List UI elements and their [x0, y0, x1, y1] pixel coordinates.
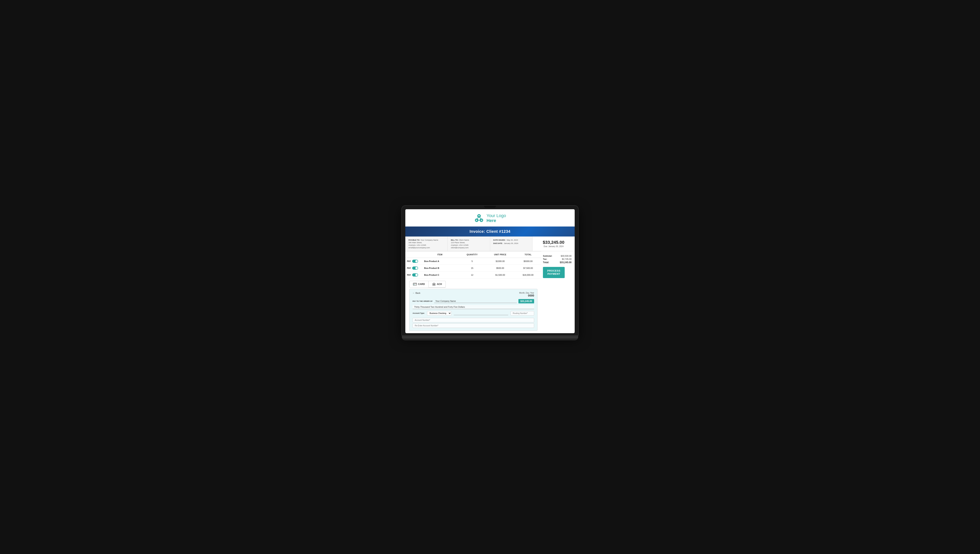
tab-ach[interactable]: ACH: [429, 281, 446, 288]
payable-to-label: PAYABLE TO:: [409, 239, 420, 241]
back-button[interactable]: ← Back: [412, 292, 420, 294]
back-arrow-icon: ←: [412, 292, 415, 294]
unit-price-3: $1,500.00: [485, 271, 515, 278]
invoice-info-row: PAYABLE TO: Your Company Name 345 Main S…: [405, 236, 575, 251]
item-name-2: Box-Product B: [421, 265, 459, 271]
laptop-wrapper: Your Logo Here Invoice: Client #1234 PAY…: [402, 206, 578, 348]
amount-words-input[interactable]: [412, 305, 534, 309]
payable-to-col: PAYABLE TO: Your Company Name 345 Main S…: [405, 236, 448, 251]
total-3: $18,000.00: [515, 271, 541, 278]
item-name-3: Box-Product C: [421, 271, 459, 278]
total-label: Total:: [543, 261, 549, 264]
table-row: PAY Box-Product A 5 $1000.00 $5000.00: [405, 258, 541, 265]
table-header-row: ITEM QUANTITY UNIT PRICE TOTAL: [405, 251, 541, 258]
svg-rect-14: [434, 284, 434, 285]
pay-cell-1: PAY: [405, 258, 421, 265]
pay-label-3: PAY: [407, 274, 411, 276]
amount-box: $33,245.00: [519, 299, 534, 303]
total-1: $5000.00: [515, 258, 541, 265]
pay-cell-2: PAY: [405, 265, 421, 271]
toggle-1[interactable]: [412, 260, 418, 263]
laptop-notch: [484, 206, 496, 208]
re-enter-account-input[interactable]: [412, 323, 534, 328]
ach-tab-label: ACH: [437, 283, 442, 286]
total-value: $33,245.00: [560, 261, 571, 264]
content-with-sidebar: ITEM QUANTITY UNIT PRICE TOTAL: [405, 251, 575, 333]
tab-card[interactable]: CARD: [409, 281, 429, 288]
amount-header-col: $33,245.00 Due: January 30, 2024: [533, 236, 575, 251]
payment-section: CARD: [405, 278, 541, 333]
subtotal-label: Subtotal:: [543, 255, 552, 257]
bank-icon: [432, 283, 436, 286]
col-unit-price: UNIT PRICE: [485, 251, 515, 258]
table-row: PAY Box-Product C 12 $1,500.00 $18,000.0…: [405, 271, 541, 278]
date-issued-value: May 20, 2023: [507, 239, 518, 241]
account-fields: [412, 318, 534, 328]
logo-icon: [474, 213, 484, 224]
pay-label-1: PAY: [407, 260, 411, 262]
bill-to-city: Anytown, USA 12345: [451, 244, 487, 246]
account-type-label: Account Type:: [412, 312, 425, 314]
svg-rect-16: [433, 285, 436, 286]
logo-text-line1: Your Logo: [487, 213, 506, 218]
laptop-hinge: [402, 335, 578, 336]
invoice-banner: Invoice: Client #1234: [405, 227, 575, 236]
routing-number-input[interactable]: [511, 311, 534, 316]
account-number-input[interactable]: [412, 318, 534, 323]
svg-rect-11: [414, 284, 414, 285]
total-2: $7,500.00: [515, 265, 541, 271]
logo-text: Your Logo Here: [487, 213, 506, 223]
bill-to-col: BILL TO: Client Name 123 Place Street, A…: [448, 236, 490, 251]
invoice-table: ITEM QUANTITY UNIT PRICE TOTAL: [405, 251, 541, 278]
laptop-screen-bezel: Your Logo Here Invoice: Client #1234 PAY…: [402, 206, 578, 335]
pay-label-2: PAY: [407, 267, 411, 269]
account-type-row: Account Type: Business Checking Business…: [412, 311, 534, 328]
subtotal-row: Subtotal: $30,500.00: [543, 254, 571, 257]
pay-to-label: PAY TO THE ORDER OF: [412, 300, 433, 302]
tax-label: Tax:: [543, 258, 547, 260]
pay-to-input[interactable]: [434, 299, 517, 303]
invoice-main: ITEM QUANTITY UNIT PRICE TOTAL: [405, 251, 541, 333]
payment-tabs: CARD: [409, 281, 538, 288]
process-payment-button[interactable]: PROCESSPAYMENT: [543, 267, 565, 278]
quantity-2: 15: [459, 265, 485, 271]
bill-to-address: 123 Place Street,: [451, 241, 487, 244]
bill-to-client: Client Name: [459, 239, 469, 241]
toggle-2[interactable]: [412, 267, 418, 270]
date-placeholder: Month, Day, Year: [519, 292, 534, 294]
bill-to-label: BILL TO:: [451, 239, 458, 241]
subtotal-value: $30,500.00: [561, 255, 571, 257]
name-line-input[interactable]: [454, 311, 508, 315]
item-name-1: Box-Product A: [421, 258, 459, 265]
unit-price-2: $500.00: [485, 265, 515, 271]
payable-to-city: Anytown, USA 12345: [409, 244, 444, 246]
ach-header-right: Month, Day, Year 0000: [519, 292, 534, 297]
due-date-label: DUE DATE:: [493, 243, 503, 244]
account-type-select[interactable]: Business Checking Business Savings Perso…: [427, 311, 452, 316]
col-quantity: QUANTITY: [459, 251, 485, 258]
svg-rect-13: [433, 284, 433, 285]
card-tab-label: CARD: [418, 283, 425, 286]
svg-rect-15: [434, 284, 435, 285]
payable-to-email: email@yourcompany.com: [409, 246, 444, 249]
ach-form: ← Back Month, Day, Year 0000: [409, 289, 538, 331]
payable-to-company: Your Company Name: [420, 239, 438, 241]
tax-value: $2,745.00: [562, 258, 571, 260]
logo-text-line2: Here: [487, 218, 506, 223]
toggle-3[interactable]: [412, 273, 418, 276]
svg-marker-12: [433, 283, 436, 284]
svg-rect-10: [413, 284, 417, 284]
quantity-1: 5: [459, 258, 485, 265]
invoice-header: Your Logo Here: [405, 209, 575, 227]
check-number: 0000: [519, 294, 534, 297]
pay-cell-3: PAY: [405, 271, 421, 278]
invoice-container: Your Logo Here Invoice: Client #1234 PAY…: [405, 209, 575, 333]
amount-words-row: [412, 305, 534, 309]
sidebar-summary: Subtotal: $30,500.00 Tax: $2,745.00 Tota…: [543, 254, 571, 264]
laptop-screen: Your Logo Here Invoice: Client #1234 PAY…: [405, 209, 575, 333]
invoice-sidebar: Subtotal: $30,500.00 Tax: $2,745.00 Tota…: [541, 251, 575, 281]
laptop-base: [402, 335, 578, 341]
ach-form-header: ← Back Month, Day, Year 0000: [412, 292, 534, 297]
amount-large: $33,245.00: [543, 240, 564, 245]
back-label: Back: [415, 292, 420, 294]
